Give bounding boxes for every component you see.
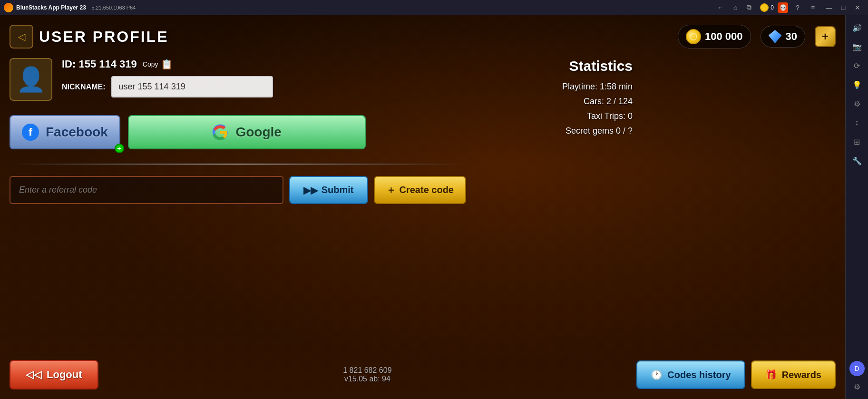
id-row: ID: 155 114 319 Copy 📋 — [62, 58, 466, 70]
player-id-text: 1 821 682 609 — [343, 366, 391, 375]
titlebar-nav: ← ⌂ ⧉ — [714, 2, 754, 12]
submit-icon: ▶▶ — [303, 185, 318, 196]
nav-home-button[interactable]: ⌂ — [731, 2, 740, 12]
social-row: f Facebook + — [10, 115, 466, 149]
currency-area: 100 000 30 + — [678, 25, 836, 49]
user-id-label: ID: 155 114 319 — [62, 58, 137, 70]
statistics-title: Statistics — [480, 58, 633, 74]
add-currency-button[interactable]: + — [815, 26, 836, 47]
nav-windows-button[interactable]: ⧉ — [744, 2, 754, 12]
titlebar-right: 0 💀 ? ≡ — □ ✕ — [760, 1, 864, 14]
titlebar-coin-icon — [760, 3, 769, 12]
titlebar: BlueStacks App Player 23 5.21.650.1063 P… — [0, 0, 868, 15]
version-text: v15.05 ab: 94 — [343, 375, 391, 383]
profile-row: 👤 ID: 155 114 319 Copy 📋 — [10, 58, 466, 101]
version-info: 1 821 682 609 v15.05 ab: 94 — [343, 366, 391, 383]
avatar: 👤 — [10, 58, 52, 101]
nickname-input[interactable] — [111, 76, 273, 97]
sidebar-icon-resize[interactable]: ↕ — [848, 114, 866, 131]
create-code-button[interactable]: ＋ Create code — [374, 176, 467, 204]
coin-icon — [686, 29, 701, 44]
diamonds-value: 30 — [786, 30, 797, 43]
google-button[interactable]: Google — [128, 115, 366, 149]
plus-indicator: + — [115, 144, 124, 153]
titlebar-app-info: BlueStacks App Player 23 5.21.650.1063 P… — [16, 4, 714, 11]
submit-label: Submit — [322, 185, 354, 195]
secret-gems-stat: Secret gems 0 / ? — [480, 126, 633, 136]
facebook-logo: f — [22, 124, 39, 141]
taxi-trips-stat: Taxi Trips: 0 — [480, 111, 633, 121]
facebook-wrapper: f Facebook + — [10, 115, 120, 149]
referral-code-input[interactable] — [10, 176, 283, 204]
copy-icon: 📋 — [161, 58, 173, 70]
facebook-label: Facebook — [46, 125, 108, 140]
logout-label: Logout — [47, 369, 82, 381]
diamonds-display: 30 — [761, 26, 805, 48]
playtime-stat: Playtime: 1:58 min — [480, 82, 633, 92]
discord-icon[interactable]: D — [849, 361, 865, 376]
maximize-button[interactable]: □ — [837, 1, 850, 14]
bluestacks-sidebar: 🔊 📷 ⟳ 💡 ⚙ ↕ ⊞ 🔧 D ⚙ — [845, 15, 868, 399]
create-code-label: Create code — [400, 185, 454, 195]
titlebar-coin-value: 0 — [770, 4, 774, 11]
back-button[interactable]: ◁ — [10, 25, 33, 49]
minimize-button[interactable]: — — [822, 1, 836, 14]
sidebar-icon-layout[interactable]: ⊞ — [848, 133, 866, 150]
google-logo — [212, 124, 229, 141]
copy-label: Copy — [143, 60, 158, 68]
diamond-icon — [769, 30, 782, 43]
referral-row: ▶▶ Submit ＋ Create code — [10, 176, 466, 204]
logout-icon: ◁◁ — [26, 369, 42, 381]
ui-overlay: ◁ USER PROFILE 100 000 30 + — [0, 15, 845, 399]
coins-value: 100 000 — [705, 30, 743, 43]
person-silhouette-icon: 👤 — [16, 66, 46, 93]
divider — [10, 164, 466, 165]
profile-info: ID: 155 114 319 Copy 📋 NICKNAME: — [62, 58, 466, 97]
app-name-label: BlueStacks App Player 23 — [16, 4, 86, 11]
coins-display: 100 000 — [678, 25, 751, 49]
sidebar-icon-camera[interactable]: 📷 — [848, 38, 866, 55]
skull-icon: 💀 — [778, 2, 788, 13]
cars-stat: Cars: 2 / 124 — [480, 97, 633, 107]
menu-button[interactable]: ≡ — [807, 2, 819, 13]
close-button[interactable]: ✕ — [851, 1, 864, 14]
bottom-right-buttons: 🕐 Codes history 🎁 Rewards — [636, 360, 836, 389]
statistics-panel: Statistics Playtime: 1:58 min Cars: 2 / … — [480, 58, 633, 204]
sidebar-icon-rotate[interactable]: ⟳ — [848, 57, 866, 74]
sidebar-icon-settings[interactable]: ⚙ — [848, 95, 866, 112]
facebook-button[interactable]: f Facebook — [10, 115, 120, 149]
copy-id-button[interactable]: Copy 📋 — [143, 58, 173, 70]
game-content: ◁ USER PROFILE 100 000 30 + — [0, 15, 845, 399]
plus-icon: ＋ — [386, 184, 396, 196]
sidebar-icon-tools[interactable]: 🔧 — [848, 152, 866, 169]
codes-history-label: Codes history — [667, 370, 731, 380]
avatar-area: 👤 — [10, 58, 52, 101]
left-panel: 👤 ID: 155 114 319 Copy 📋 — [10, 58, 466, 204]
content-section: 👤 ID: 155 114 319 Copy 📋 — [10, 58, 836, 204]
back-btn-area: ◁ USER PROFILE — [10, 25, 168, 49]
version-label: 5.21.650.1063 P64 — [91, 5, 136, 10]
coin-inner — [690, 33, 697, 40]
google-label: Google — [235, 125, 281, 140]
help-button[interactable]: ? — [792, 2, 803, 13]
sidebar-icon-volume[interactable]: 🔊 — [848, 19, 866, 36]
bottom-bar: ◁◁ Logout 1 821 682 609 v15.05 ab: 94 🕐 … — [10, 360, 836, 389]
submit-button[interactable]: ▶▶ Submit — [289, 176, 368, 204]
rewards-label: Rewards — [782, 370, 821, 380]
codes-history-button[interactable]: 🕐 Codes history — [636, 360, 745, 389]
history-icon: 🕐 — [651, 369, 663, 380]
page-title: USER PROFILE — [39, 28, 168, 46]
logout-button[interactable]: ◁◁ Logout — [10, 360, 98, 389]
bluestacks-logo — [4, 3, 13, 12]
nickname-row: NICKNAME: — [62, 76, 466, 97]
page-header: ◁ USER PROFILE 100 000 30 + — [10, 25, 836, 49]
nickname-label: NICKNAME: — [62, 83, 106, 91]
sidebar-icon-config[interactable]: ⚙ — [848, 378, 866, 395]
sidebar-icon-brightness[interactable]: 💡 — [848, 76, 866, 93]
nav-back-button[interactable]: ← — [714, 2, 727, 12]
window-controls: — □ ✕ — [822, 1, 864, 14]
gift-icon: 🎁 — [765, 369, 777, 380]
main-area: ◁ USER PROFILE 100 000 30 + — [0, 15, 868, 399]
titlebar-coins: 0 — [760, 3, 774, 12]
rewards-button[interactable]: 🎁 Rewards — [751, 360, 836, 389]
